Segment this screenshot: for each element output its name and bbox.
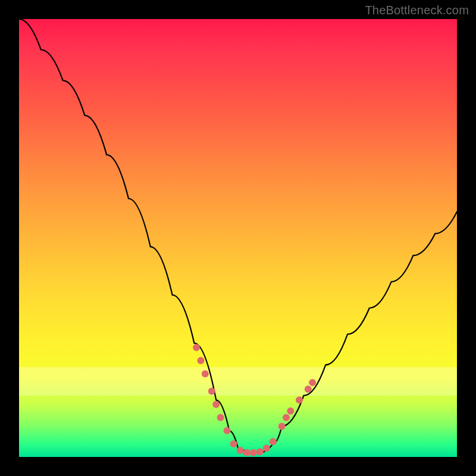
- curve-marker: [224, 427, 231, 434]
- curve-marker: [250, 449, 257, 456]
- curve-marker: [263, 444, 270, 452]
- watermark-text: TheBottleneck.com: [365, 4, 469, 17]
- curve-marker: [243, 449, 250, 456]
- bottleneck-curve: [19, 19, 457, 453]
- curve-marker: [305, 386, 312, 393]
- curve-marker: [237, 447, 244, 454]
- curve-marker: [296, 396, 303, 403]
- curve-marker: [208, 388, 215, 395]
- curve-marker: [202, 370, 209, 377]
- curve-svg: [19, 19, 457, 457]
- curve-marker: [270, 438, 277, 445]
- curve-marker: [217, 414, 224, 421]
- curve-marker: [230, 440, 237, 447]
- curve-marker: [287, 408, 294, 415]
- chart-frame: TheBottleneck.com: [0, 0, 476, 476]
- curve-marker: [256, 448, 264, 455]
- curve-marker: [193, 344, 200, 351]
- curve-marker: [212, 401, 220, 408]
- curve-marker: [278, 422, 286, 430]
- curve-markers: [193, 344, 316, 456]
- curve-marker: [309, 379, 316, 386]
- curve-marker: [283, 414, 290, 421]
- curve-marker: [197, 357, 204, 364]
- plot-area: [19, 19, 457, 457]
